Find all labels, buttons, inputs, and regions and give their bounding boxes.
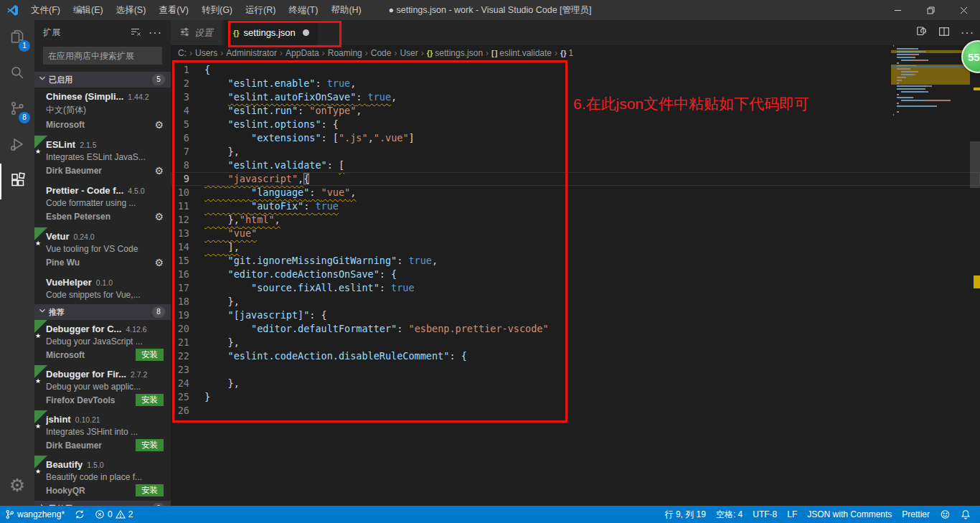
brackets-icon: [ ] [491, 48, 497, 58]
status-item-language-mode[interactable]: JSON with Comments [802, 506, 897, 523]
status-item-encoding[interactable]: UTF-8 [748, 506, 782, 523]
extension-item-beautify[interactable]: ★Beautify1.5.0Beautify code in place f..… [34, 456, 171, 501]
status-item-notifications[interactable] [956, 506, 976, 523]
extension-publisher: HookyQR [46, 486, 136, 496]
menu-item-help[interactable]: 帮助(H) [324, 0, 367, 20]
status-item-eol[interactable]: LF [782, 506, 802, 523]
menu-item-selection[interactable]: 选择(S) [110, 0, 153, 20]
breadcrumb-item-user[interactable]: User [400, 48, 418, 58]
warning-icon [116, 509, 126, 519]
breadcrumb-item-appdata[interactable]: AppData [286, 48, 319, 58]
status-item-branch[interactable]: wangzheng* [0, 506, 70, 523]
star-glyph: ★ [35, 148, 41, 155]
code-line-content: "eslint.options": { [204, 118, 339, 131]
activity-item-manage[interactable]: ⚙ [0, 467, 34, 503]
section-header-item[interactable]: 已启用5 [34, 72, 171, 88]
line-number: 16 [171, 268, 189, 281]
extension-item-debugger-for-fir[interactable]: ★Debugger for Fir...2.7.2Debug your web … [34, 365, 171, 410]
menu-item-terminal[interactable]: 终端(T) [282, 0, 324, 20]
section-header-item[interactable]: 已禁用0 [34, 501, 171, 506]
code-line-20: 20 "editor.defaultFormatter": "esbenp.pr… [171, 322, 980, 336]
activity-item-extensions[interactable] [0, 164, 34, 199]
status-label: 空格: 4 [716, 509, 743, 521]
tab-settings-json[interactable]: {}settings.json [225, 20, 318, 45]
status-item-sync[interactable] [70, 506, 90, 523]
extension-search-input[interactable] [43, 47, 162, 65]
restore-button[interactable] [914, 0, 947, 20]
unsaved-dot-icon[interactable] [303, 29, 309, 36]
extension-gear-icon[interactable]: ⚙ [154, 210, 164, 223]
more-actions-icon[interactable]: ··· [961, 27, 974, 39]
section-header-item[interactable]: 推荐8 [34, 304, 171, 320]
activity-item-source-control[interactable]: 8 [0, 92, 34, 128]
minimize-button[interactable] [881, 0, 914, 20]
section-label: 已启用 [49, 75, 151, 85]
line-number: 18 [171, 295, 189, 308]
breadcrumb-item-code[interactable]: Code [371, 48, 392, 58]
breadcrumb-item-roaming[interactable]: Roaming [328, 48, 362, 58]
line-number: 11 [171, 199, 189, 213]
breadcrumb-label: AppData [286, 48, 319, 58]
editor-group: 设置{}settings.json··· C:›Users›Administra… [171, 20, 980, 506]
scrollbar-handle[interactable] [970, 141, 980, 188]
breadcrumb-item-settings-json[interactable]: {}settings.json [427, 48, 483, 58]
more-actions-icon[interactable]: ··· [149, 27, 162, 39]
install-button[interactable]: 安装 [136, 394, 164, 406]
split-editor-icon[interactable] [938, 25, 951, 41]
extension-item-vetur[interactable]: ★Vetur0.24.0Vue tooling for VS CodePine … [34, 227, 171, 273]
install-button[interactable]: 安装 [136, 439, 164, 451]
activity-item-run-debug[interactable] [0, 128, 34, 164]
extension-item-prettier-code-f[interactable]: Prettier - Code f...4.5.0Code formatter … [34, 182, 171, 227]
status-item-feedback[interactable] [935, 506, 956, 523]
extension-description: Debug your web applic... [46, 382, 164, 392]
breadcrumb-item-users[interactable]: Users [195, 48, 217, 58]
status-item-problems[interactable]: 02 [90, 506, 138, 523]
breadcrumb-item-1[interactable]: {}1 [560, 48, 573, 58]
install-button[interactable]: 安装 [136, 484, 164, 496]
extension-gear-icon[interactable]: ⚙ [154, 256, 164, 269]
breadcrumb-item-eslint-validate[interactable]: [ ]eslint.validate [491, 48, 552, 58]
menu-item-goto[interactable]: 转到(G) [195, 0, 239, 20]
extension-item-chinese-simpli[interactable]: Chinese (Simpli...1.44.2中文(简体)Microsoft⚙ [34, 88, 171, 136]
extension-item-eslint[interactable]: ★ESLint2.1.5Integrates ESLint JavaS...Di… [34, 136, 171, 182]
install-button[interactable]: 安装 [136, 349, 164, 361]
close-button[interactable] [947, 0, 980, 20]
activity-item-search[interactable] [0, 56, 34, 92]
activity-item-explorer[interactable]: 1 [0, 20, 34, 56]
extension-item-vuehelper[interactable]: VueHelper0.1.0Code snippets for Vue,... [34, 273, 171, 304]
breadcrumb-label: C: [178, 48, 187, 58]
menu-item-file[interactable]: 文件(F) [24, 0, 67, 20]
extension-version: 1.44.2 [128, 93, 149, 101]
extension-gear-icon[interactable]: ⚙ [154, 164, 164, 177]
manage-icon: ⚙ [9, 476, 25, 494]
code-line-content: "source.fixAll.eslint": true [204, 281, 415, 295]
code-editor[interactable]: 1{2 "eslint.enable": true,3 "eslint.auto… [171, 61, 980, 506]
open-changes-icon[interactable] [915, 25, 928, 41]
menu-item-view[interactable]: 查看(V) [152, 0, 195, 20]
extension-gear-icon[interactable]: ⚙ [154, 118, 164, 131]
code-line-17: 17 "source.fixAll.eslint": true [171, 281, 980, 295]
error-icon [95, 509, 105, 519]
menu-item-run[interactable]: 运行(R) [239, 0, 282, 20]
breadcrumb-item-administrator[interactable]: Administrator [226, 48, 277, 58]
status-item-cursor-position[interactable]: 行 9, 列 19 [660, 506, 711, 523]
breadcrumb: C:›Users›Administrator›AppData›Roaming›C… [171, 45, 980, 61]
extension-item-debugger-for-c[interactable]: ★Debugger for C...4.12.6Debug your JavaS… [34, 320, 171, 365]
breadcrumb-item-c[interactable]: C: [178, 48, 187, 58]
breadcrumb-separator: › [322, 48, 325, 58]
editor-scrollbar[interactable] [970, 44, 980, 506]
star-glyph: ★ [35, 468, 41, 475]
filter-extensions-icon[interactable] [130, 26, 141, 40]
status-item-indentation[interactable]: 空格: 4 [711, 506, 748, 523]
status-item-formatter[interactable]: Prettier [897, 506, 935, 523]
line-number: 5 [171, 118, 189, 131]
menu-item-edit[interactable]: 编辑(E) [67, 0, 110, 20]
breadcrumb-label: Users [195, 48, 217, 58]
vscode-logo-icon [0, 0, 24, 20]
extension-item-jshint[interactable]: ★jshint0.10.21Integrates JSHint into ...… [34, 410, 171, 456]
tab-settings-ui[interactable]: 设置 [171, 20, 222, 45]
minimap[interactable] [891, 44, 970, 119]
code-line-26: 26 [171, 404, 980, 418]
json-file-icon: {} [233, 27, 240, 38]
recommended-star-icon: ★ [34, 410, 47, 423]
